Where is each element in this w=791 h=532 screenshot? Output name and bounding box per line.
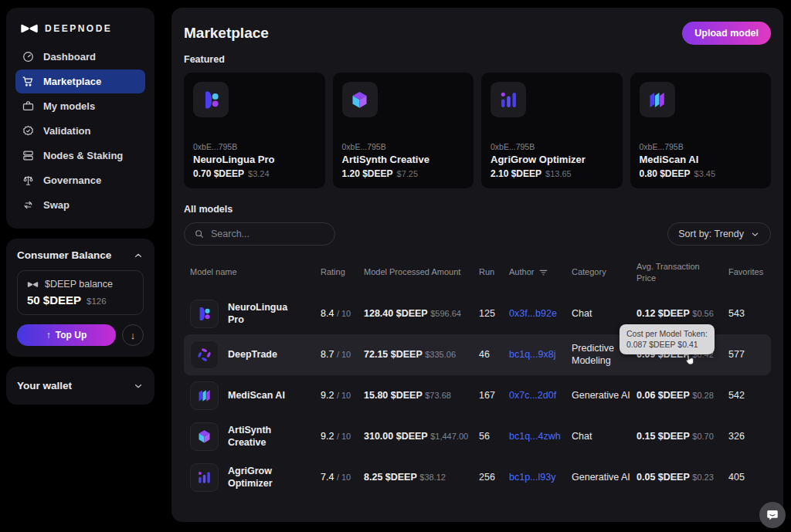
card-address: 0xbE...795B <box>640 142 762 151</box>
scales-icon <box>22 174 35 187</box>
author-link[interactable]: bc1p...l93y <box>509 471 572 483</box>
card-name: AgriGrow Optimizer <box>491 154 613 165</box>
mediscan-logo-icon <box>640 82 675 117</box>
top-up-button[interactable]: ↑ Top Up <box>17 324 116 346</box>
run-count: 125 <box>479 307 509 320</box>
run-count: 56 <box>479 430 509 442</box>
wallet-title: Your wallet <box>17 380 72 391</box>
chat-widget-button[interactable] <box>759 502 786 528</box>
table-row[interactable]: MediScan AI 9.2 / 10 15.80 $DEEP $73.68 … <box>184 375 771 416</box>
rating-max: / 10 <box>337 473 351 482</box>
rating-max: / 10 <box>337 309 351 318</box>
rating: 7.4 <box>321 472 334 483</box>
col-rating: Rating <box>321 266 364 278</box>
processed-amount: 310.00 $DEEP <box>364 431 428 442</box>
table-row[interactable]: DeepTrade 8.7 / 10 72.15 $DEEP $335.06 4… <box>184 334 771 375</box>
card-price: 0.80 $DEEP <box>640 168 691 179</box>
card-address: 0xbE...795B <box>342 142 465 151</box>
badge-check-icon <box>22 124 35 137</box>
main-content: Marketplace Upload model Featured 0xbE..… <box>171 8 783 522</box>
card-name: MediScan AI <box>640 154 762 165</box>
chevron-up-icon[interactable] <box>133 250 144 261</box>
favorites-count: 326 <box>728 430 765 442</box>
deeptrade-logo-icon <box>190 341 219 369</box>
sidebar-item-label: Marketplace <box>43 76 101 87</box>
balance-usd: $126 <box>87 296 107 306</box>
avg-price: 0.12 $DEEP <box>637 308 690 319</box>
withdraw-button[interactable]: ↓ <box>122 324 144 346</box>
upload-model-button[interactable]: Upload model <box>682 22 771 45</box>
featured-card[interactable]: 0xbE...795B MediScan AI 0.80 $DEEP $3.45 <box>630 73 772 188</box>
sidebar-item-nodes-staking[interactable]: Nodes & Staking <box>15 144 145 168</box>
card-name: NeuroLingua Pro <box>193 154 316 165</box>
rating: 8.7 <box>321 349 334 360</box>
page-title: Marketplace <box>184 25 269 42</box>
brand-logo: DEEPNODE <box>15 20 145 45</box>
up-arrow-icon: ↑ <box>46 330 51 341</box>
briefcase-icon <box>22 100 35 113</box>
gauge-icon <box>22 50 35 63</box>
nav-panel: DEEPNODE Dashboard Marketplace My models… <box>6 8 154 229</box>
model-name: DeepTrade <box>228 348 277 361</box>
cart-icon <box>22 75 35 88</box>
card-price-usd: $7.25 <box>397 169 419 178</box>
col-run: Run <box>479 266 509 278</box>
search-input[interactable] <box>211 229 335 239</box>
artisynth-logo-icon <box>342 82 378 117</box>
avg-price: 0.15 $DEEP <box>637 431 690 442</box>
neurolingua-logo-icon <box>190 300 219 328</box>
filter-icon[interactable] <box>538 267 548 277</box>
sidebar-item-swap[interactable]: Swap <box>15 193 145 217</box>
model-name: ArtiSynth Creative <box>228 424 302 449</box>
sidebar-item-label: My models <box>43 100 95 112</box>
sidebar-item-dashboard[interactable]: Dashboard <box>15 45 145 69</box>
agrigrow-logo-icon <box>491 82 526 117</box>
model-name: MediScan AI <box>228 389 285 402</box>
rating: 9.2 <box>321 390 334 401</box>
sidebar-item-governance[interactable]: Governance <box>15 168 145 192</box>
rating-max: / 10 <box>337 432 351 441</box>
col-model-name: Model name <box>190 266 321 278</box>
all-models-label: All models <box>184 204 771 215</box>
favorites-count: 405 <box>728 471 765 483</box>
deep-token-icon <box>27 281 39 288</box>
table-row[interactable]: AgriGrow Optimizer 7.4 / 10 8.25 $DEEP $… <box>184 457 771 498</box>
col-processed: Model Processed Amount <box>364 266 479 278</box>
card-price: 1.20 $DEEP <box>342 168 393 179</box>
author-link[interactable]: 0x3f...b92e <box>509 307 572 320</box>
sidebar-item-label: Swap <box>43 199 70 211</box>
featured-label: Featured <box>184 54 771 65</box>
run-count: 167 <box>479 389 509 402</box>
sidebar-item-marketplace[interactable]: Marketplace <box>15 69 145 93</box>
sidebar-item-my-models[interactable]: My models <box>15 94 145 118</box>
chevron-down-icon[interactable] <box>133 381 144 391</box>
featured-card[interactable]: 0xbE...795B ArtiSynth Creative 1.20 $DEE… <box>333 73 474 188</box>
processed-usd: $73.68 <box>425 391 451 400</box>
author-link[interactable]: bc1q...4zwh <box>509 430 572 442</box>
featured-card[interactable]: 0xbE...795B AgriGrow Optimizer 2.10 $DEE… <box>481 73 623 188</box>
sidebar: DEEPNODE Dashboard Marketplace My models… <box>6 8 154 405</box>
table-row[interactable]: ArtiSynth Creative 9.2 / 10 310.00 $DEEP… <box>184 416 771 457</box>
avg-price-usd: $0.28 <box>692 391 714 400</box>
processed-amount: 128.40 $DEEP <box>364 308 428 319</box>
rating-max: / 10 <box>337 350 351 359</box>
table-header: Model name Rating Model Processed Amount… <box>184 249 771 293</box>
card-address: 0xbE...795B <box>491 142 613 151</box>
category: Chat <box>572 430 637 442</box>
col-category: Category <box>572 266 637 278</box>
sort-dropdown[interactable]: Sort by: Trendy <box>667 222 771 246</box>
sidebar-item-validation[interactable]: Validation <box>15 119 145 143</box>
author-link[interactable]: bc1q...9x8j <box>509 348 572 361</box>
processed-amount: 15.80 $DEEP <box>364 390 423 401</box>
down-arrow-icon: ↓ <box>131 330 136 341</box>
avg-price-usd: $0.23 <box>692 473 714 482</box>
agrigrow-logo-icon <box>190 463 219 492</box>
card-name: ArtiSynth Creative <box>342 154 465 165</box>
balance-value: 50 $DEEP <box>27 293 81 307</box>
chat-bubble-icon <box>766 508 779 522</box>
server-stack-icon <box>22 149 35 162</box>
author-link[interactable]: 0x7c...2d0f <box>509 389 572 402</box>
processed-usd: $335.06 <box>425 350 456 359</box>
balance-label: $DEEP balance <box>45 279 113 290</box>
featured-card[interactable]: 0xbE...795B NeuroLingua Pro 0.70 $DEEP $… <box>184 73 325 188</box>
